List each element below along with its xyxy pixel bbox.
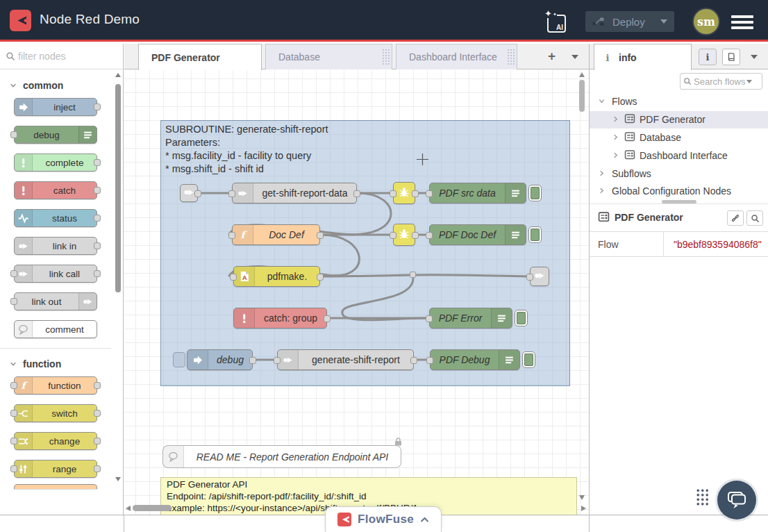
palette-category-common[interactable]: common	[0, 73, 111, 98]
inject-button[interactable]	[173, 352, 185, 367]
input-port[interactable]	[10, 438, 17, 444]
output-port[interactable]	[94, 382, 101, 389]
output-port[interactable]	[94, 159, 101, 166]
output-port[interactable]	[317, 232, 324, 239]
debug-toggle-button[interactable]	[528, 185, 542, 201]
palette-node-switch[interactable]: switch	[14, 404, 97, 422]
input-port[interactable]	[10, 131, 17, 138]
input-port[interactable]	[426, 357, 433, 364]
tree-item-global-configuration-nodes[interactable]: Global Configuration Nodes	[590, 183, 768, 200]
output-port[interactable]	[94, 410, 101, 417]
scroll-up-icon[interactable]	[579, 72, 585, 77]
output-port[interactable]	[94, 465, 101, 472]
search-flows-box[interactable]	[680, 73, 762, 90]
output-port[interactable]	[249, 357, 256, 364]
filter-nodes-input[interactable]	[18, 48, 115, 65]
input-port[interactable]	[10, 270, 17, 277]
search-flows-input[interactable]	[694, 76, 745, 87]
palette-node-inject[interactable]: inject	[14, 98, 97, 116]
user-avatar[interactable]: sm	[694, 9, 719, 34]
h-scroll-thumb[interactable]	[133, 505, 172, 511]
scroll-left-icon[interactable]	[126, 506, 131, 511]
tab-info[interactable]: i info	[594, 44, 692, 70]
palette-node-status[interactable]: status	[14, 209, 97, 227]
add-flow-button[interactable]: +	[548, 49, 556, 63]
tree-item-flows[interactable]: Flows	[590, 93, 768, 110]
palette-node-comment[interactable]: comment	[14, 320, 97, 338]
link-call-node-get-shift-report-data[interactable]: get-shift-report-data	[232, 183, 357, 203]
tree-item-dashboard-interface[interactable]: Dashboard Interface	[590, 147, 768, 165]
tree-item-subflows[interactable]: Subflows	[590, 165, 768, 183]
chevron-right-icon[interactable]	[612, 114, 619, 125]
input-port[interactable]	[10, 298, 17, 305]
palette-node-debug[interactable]: debug	[14, 126, 97, 144]
output-port[interactable]	[94, 103, 101, 110]
link-in-node[interactable]	[180, 184, 198, 202]
palette-category-function[interactable]: function	[0, 351, 111, 376]
input-port[interactable]	[274, 357, 281, 364]
bug-node[interactable]	[393, 182, 415, 204]
flowfuse-panel-button[interactable]: FlowFuse	[325, 506, 442, 532]
ai-assistant-icon[interactable]: ✦✦ AI	[547, 15, 566, 33]
panel-resize-handle[interactable]	[662, 200, 696, 203]
scroll-right-icon[interactable]	[581, 506, 586, 511]
input-port[interactable]	[426, 315, 433, 322]
chat-drag-handle[interactable]	[696, 488, 708, 506]
input-port[interactable]	[230, 274, 237, 281]
debug-toggle-button[interactable]	[522, 351, 535, 368]
output-port[interactable]	[94, 270, 101, 277]
palette-node-link-call[interactable]: link call	[14, 265, 97, 283]
debug-toggle-button[interactable]	[515, 310, 528, 326]
tree-item-database[interactable]: Database	[590, 129, 768, 147]
copy-link-button[interactable]	[727, 210, 744, 226]
palette-node-change[interactable]: change	[14, 432, 97, 450]
debug-node-pdf-doc-def[interactable]: PDF Doc Def	[429, 224, 526, 245]
link-out-node[interactable]	[530, 267, 549, 286]
palette-node-range[interactable]: range	[14, 460, 97, 478]
output-port[interactable]	[194, 190, 201, 197]
tab-pdf-generator[interactable]: PDF Generator	[138, 44, 262, 70]
debug-node-pdf-error[interactable]: PDF Error	[429, 308, 512, 329]
palette-node-link-in[interactable]: link in	[14, 237, 97, 255]
input-port[interactable]	[10, 382, 17, 389]
tree-item-pdf-generator[interactable]: PDF Generator	[590, 111, 768, 128]
debug-node-pdf-src-data[interactable]: PDF src data	[429, 183, 526, 203]
chevron-right-icon[interactable]	[598, 168, 606, 179]
input-port[interactable]	[390, 232, 396, 239]
flow-canvas[interactable]: SUBROUTINE: generate-shift-report Parame…	[124, 70, 589, 515]
chevron-right-icon[interactable]	[598, 185, 606, 197]
input-port[interactable]	[426, 232, 433, 239]
debug-toggle-button[interactable]	[528, 226, 542, 243]
palette-node-function[interactable]: ffunction	[14, 376, 97, 394]
input-port[interactable]	[390, 190, 396, 197]
chevron-down-icon[interactable]	[598, 96, 606, 107]
link-call-node-generate-shift-report[interactable]: generate-shift-report	[277, 349, 414, 370]
bug-node[interactable]	[393, 224, 415, 246]
input-port[interactable]	[10, 465, 17, 472]
chevron-right-icon[interactable]	[612, 132, 619, 143]
sidebar-info-button[interactable]: i	[699, 49, 717, 65]
output-port[interactable]	[94, 215, 101, 222]
palette-node-complete[interactable]: complete	[14, 153, 97, 172]
input-port[interactable]	[10, 410, 17, 417]
catch-node-catch-group[interactable]: catch: group	[233, 308, 327, 329]
output-port[interactable]	[324, 315, 331, 322]
palette-node-partial[interactable]	[14, 484, 97, 489]
output-port[interactable]	[353, 190, 360, 197]
scroll-down-icon[interactable]	[579, 495, 585, 500]
search-node-button[interactable]	[746, 210, 763, 226]
deploy-button[interactable]: Deploy	[585, 11, 674, 32]
palette-node-link-out[interactable]: link out	[14, 292, 97, 310]
input-port[interactable]	[228, 232, 235, 239]
inject-node-debug[interactable]: debug	[187, 349, 253, 370]
input-port[interactable]	[526, 274, 533, 281]
input-port[interactable]	[228, 190, 235, 197]
output-port[interactable]	[94, 438, 101, 444]
tab-list-caret-icon[interactable]	[571, 55, 578, 59]
output-port[interactable]	[412, 232, 419, 239]
output-port[interactable]	[412, 190, 419, 197]
sidebar-menu-caret-icon[interactable]	[751, 55, 758, 59]
deploy-caret-icon[interactable]	[660, 19, 667, 27]
chat-widget-button[interactable]	[717, 481, 756, 519]
input-port[interactable]	[426, 190, 433, 197]
